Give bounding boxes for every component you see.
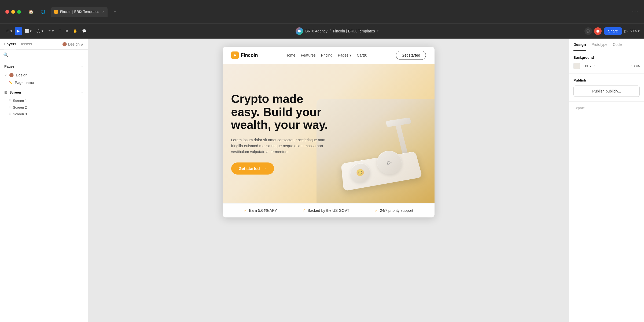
site-nav-links: Home Features Pricing Pages ▾ Cart(0): [285, 53, 369, 57]
screen-2-label: Screen 2: [13, 105, 27, 109]
grid-tool-button[interactable]: ⊞ ▾: [4, 27, 14, 35]
workspace-separator: /: [330, 29, 331, 34]
frame-tool-button[interactable]: ⬜ ▾: [23, 27, 34, 35]
hero-description: Lorem ipsum dolor sit amet consectetur s…: [231, 137, 333, 155]
select-tool-button[interactable]: ▶: [15, 27, 22, 35]
screen-2-grid-icon: ⠿: [9, 106, 11, 109]
background-color-row: EBE7E1 100%: [573, 63, 640, 69]
tab-assets[interactable]: Assets: [21, 42, 32, 49]
screen-1-label: Screen 1: [13, 99, 27, 103]
toolbar-center: BRIX Agency / Fincoin | BRIX Templates ▾: [91, 27, 583, 35]
right-tab-prototype[interactable]: Prototype: [591, 39, 608, 51]
design-chevron-icon: ∧: [81, 42, 83, 46]
site-nav: Fincoin Home Features Pricing Pages ▾ Ca…: [223, 47, 435, 64]
add-screen-button[interactable]: +: [80, 90, 83, 95]
design-indicator[interactable]: 🟤 Design ∧: [62, 42, 83, 49]
workspace-name: BRIX Agency: [305, 29, 327, 33]
stat-text-1: Earn 5.64% APY: [249, 208, 277, 213]
export-title: Export: [573, 106, 640, 110]
publish-section: Publish Publish publicly...: [569, 74, 644, 101]
text-tool-button[interactable]: T: [57, 27, 63, 35]
headphones-icon[interactable]: 🎧: [584, 27, 592, 35]
nav-get-started-button[interactable]: Get started: [396, 51, 426, 60]
stat-text-3: 24/7 priority support: [380, 208, 413, 213]
publish-publicly-button[interactable]: Publish publicly...: [573, 86, 640, 97]
design-label: Design: [68, 42, 80, 46]
globe-button[interactable]: 🌐: [39, 8, 47, 16]
stat-item-support: ✓ 24/7 priority support: [375, 208, 413, 213]
browser-tab[interactable]: Fincoin | BRIX Templates ×: [51, 7, 108, 17]
logo-text: Fincoin: [241, 53, 258, 58]
hero-cta-button[interactable]: Get started →: [231, 162, 274, 175]
user-avatar-button[interactable]: ⬤: [594, 27, 602, 35]
screen-item-2[interactable]: ⠿ Screen 2: [0, 104, 88, 111]
titlebar: 🏠 🌐 Fincoin | BRIX Templates × + ···: [0, 0, 644, 24]
shape-tool-button[interactable]: ◯ ▾: [34, 27, 46, 35]
maximize-traffic-light[interactable]: [17, 10, 21, 14]
design-icon: 🟤: [62, 42, 67, 46]
device-arm: [395, 123, 408, 156]
pen-tool-button[interactable]: ✒ ▾: [46, 27, 56, 35]
publish-title: Publish: [573, 78, 640, 82]
hero-image-placeholder: [317, 99, 435, 203]
nav-pages-link[interactable]: Pages ▾: [338, 53, 351, 57]
minimize-traffic-light[interactable]: [11, 10, 15, 14]
nav-cart-link[interactable]: Cart(0): [357, 53, 369, 57]
tab-favicon: [54, 10, 58, 14]
new-tab-button[interactable]: +: [112, 9, 118, 15]
hand-tool-button[interactable]: ✋: [71, 27, 79, 35]
hero-content: Crypto made easy. Build your wealth, you…: [231, 92, 333, 174]
home-button[interactable]: 🏠: [27, 8, 35, 16]
search-input[interactable]: [11, 53, 84, 57]
background-title: Background: [573, 55, 640, 60]
background-color-swatch[interactable]: [573, 63, 580, 69]
zoom-control[interactable]: 50% ▾: [630, 29, 640, 33]
nav-home-link[interactable]: Home: [285, 53, 295, 57]
page-design-icon: 🟤: [9, 73, 14, 77]
screen-section: ⊞ Screen + ⠿ Screen 1 ⠿ Screen 2 ⠿ Scree…: [0, 87, 88, 117]
page-edit-icon: ✏️: [9, 81, 13, 84]
toolbar: ⊞ ▾ ▶ ⬜ ▾ ◯ ▾ ✒ ▾ T ⧉ ✋ 💬 BRIX Agency / …: [0, 24, 644, 39]
stat-item-govt: ✓ Backed by the US GOVT: [302, 208, 349, 213]
right-tab-design[interactable]: Design: [573, 39, 586, 51]
page-item-design[interactable]: ✓ 🟤 Design: [0, 71, 88, 79]
design-frame: Fincoin Home Features Pricing Pages ▾ Ca…: [223, 47, 435, 217]
screen-1-grid-icon: ⠿: [9, 99, 11, 102]
more-options-button[interactable]: ···: [632, 9, 639, 14]
pages-section-header: Pages +: [0, 60, 88, 71]
stat-check-3-icon: ✓: [375, 208, 378, 213]
screen-item-1[interactable]: ⠿ Screen 1: [0, 97, 88, 104]
page-item-pagename[interactable]: ✏️ Page name: [0, 79, 88, 86]
tab-close-button[interactable]: ×: [102, 10, 104, 14]
screen-header-left: ⊞ Screen: [4, 90, 21, 94]
hero-cta-arrow-icon: →: [263, 166, 267, 171]
comment-tool-button[interactable]: 💬: [80, 27, 89, 35]
panel-search: 🔍: [0, 50, 88, 60]
stat-check-1-icon: ✓: [244, 208, 247, 213]
screen-section-header[interactable]: ⊞ Screen +: [0, 87, 88, 97]
screen-item-3[interactable]: ⠿ Screen 3: [0, 111, 88, 117]
play-button[interactable]: ▷: [624, 28, 628, 34]
project-chevron-icon: ▾: [377, 29, 378, 32]
page-check-icon: ✓: [4, 73, 7, 77]
hero-cta-text: Get started: [239, 166, 260, 171]
workspace-logo: [296, 27, 303, 35]
hero-image: [317, 99, 435, 203]
zoom-chevron-icon: ▾: [638, 29, 640, 33]
page-pagename: Page name: [15, 80, 34, 85]
close-traffic-light[interactable]: [5, 10, 9, 14]
nav-features-link[interactable]: Features: [301, 53, 315, 57]
stat-item-apy: ✓ Earn 5.64% APY: [244, 208, 277, 213]
tab-layers[interactable]: Layers: [4, 42, 16, 49]
hero-section: Crypto made easy. Build your wealth, you…: [223, 64, 435, 203]
traffic-lights: [5, 10, 21, 14]
nav-pricing-link[interactable]: Pricing: [321, 53, 333, 57]
component-tool-button[interactable]: ⧉: [64, 27, 70, 35]
pages-title: Pages: [4, 64, 14, 68]
workspace-info[interactable]: BRIX Agency / Fincoin | BRIX Templates ▾: [296, 27, 378, 35]
add-page-button[interactable]: +: [80, 64, 83, 69]
screen-3-grid-icon: ⠿: [9, 112, 11, 116]
stat-check-2-icon: ✓: [302, 208, 306, 213]
share-button[interactable]: Share: [604, 27, 622, 35]
right-tab-code[interactable]: Code: [613, 39, 622, 51]
